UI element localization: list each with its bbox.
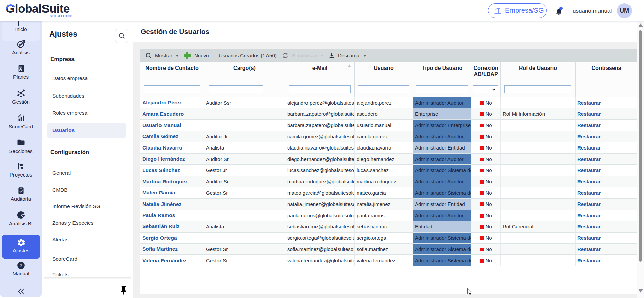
svg-text:?: ?: [20, 263, 23, 268]
